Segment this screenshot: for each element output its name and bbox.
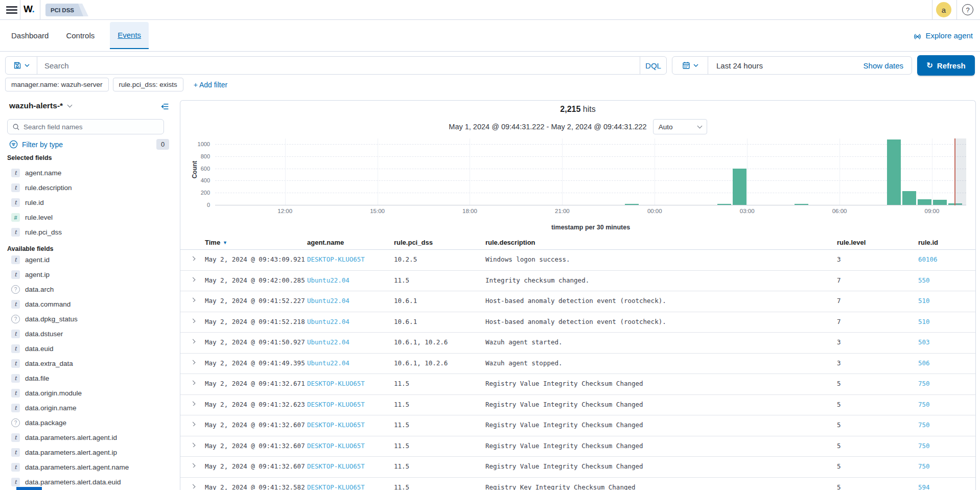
field-item[interactable]: ?data.arch bbox=[0, 282, 176, 297]
field-item[interactable]: tagent.ip bbox=[0, 267, 176, 282]
show-dates-button[interactable]: Show dates bbox=[864, 61, 912, 70]
tab-controls[interactable]: Controls bbox=[64, 22, 97, 49]
column-header-agent-name[interactable]: agent.name bbox=[307, 239, 394, 246]
field-item[interactable]: tdata.origin.module bbox=[0, 386, 176, 401]
expand-row-button[interactable] bbox=[180, 271, 205, 282]
agent-name-link[interactable]: DESKTOP-KLUO65T bbox=[307, 442, 365, 450]
saved-queries-button[interactable] bbox=[6, 57, 37, 74]
rule-id-link[interactable]: 503 bbox=[918, 338, 930, 346]
expand-row-button[interactable] bbox=[180, 291, 205, 302]
field-item[interactable]: tdata.parameters.alert.agent.id bbox=[0, 430, 176, 445]
field-item[interactable]: tdata.euid bbox=[0, 341, 176, 356]
user-avatar[interactable]: a bbox=[936, 2, 951, 17]
cell-rule-pci-dss: 11.5 bbox=[394, 415, 485, 429]
expand-row-button[interactable] bbox=[180, 395, 205, 406]
column-header-rule-description[interactable]: rule.description bbox=[485, 239, 837, 246]
refresh-button[interactable]: ↻ Refresh bbox=[917, 55, 975, 76]
histogram-bar[interactable] bbox=[933, 200, 947, 205]
field-item[interactable]: trule.description bbox=[0, 180, 176, 195]
column-header-time[interactable]: Time▼ bbox=[205, 239, 307, 246]
rule-id-link[interactable]: 750 bbox=[918, 421, 930, 429]
field-item[interactable]: #rule.level bbox=[0, 210, 176, 225]
expand-row-button[interactable] bbox=[180, 436, 205, 447]
query-language-button[interactable]: DQL bbox=[640, 57, 666, 74]
search-input[interactable] bbox=[37, 57, 640, 74]
rule-id-link[interactable]: 594 bbox=[918, 483, 930, 490]
agent-name-link[interactable]: Ubuntu22.04 bbox=[307, 276, 349, 284]
histogram-bar[interactable] bbox=[902, 191, 916, 205]
cell-rule-level: 7 bbox=[837, 312, 918, 325]
rule-id-link[interactable]: 506 bbox=[918, 359, 930, 367]
histogram-bar[interactable] bbox=[795, 204, 808, 205]
field-item[interactable]: tdata.origin.name bbox=[0, 401, 176, 415]
rule-id-link[interactable]: 750 bbox=[918, 380, 930, 387]
field-item[interactable]: tagent.id bbox=[0, 252, 176, 267]
agent-name-link[interactable]: Ubuntu22.04 bbox=[307, 318, 349, 325]
expand-row-button[interactable] bbox=[180, 478, 205, 488]
field-item[interactable]: tdata.command bbox=[0, 297, 176, 312]
text-type-badge: t bbox=[11, 183, 20, 192]
rule-id-link[interactable]: 750 bbox=[918, 401, 930, 408]
agent-name-link[interactable]: DESKTOP-KLUO65T bbox=[307, 255, 365, 263]
field-item[interactable]: ?data.dpkg_status bbox=[0, 312, 176, 326]
chevron-right-icon bbox=[190, 442, 195, 447]
rule-id-link[interactable]: 510 bbox=[918, 318, 930, 325]
wazuh-logo[interactable]: W. bbox=[24, 4, 34, 15]
filter-by-type-button[interactable]: Filter by type 0 bbox=[9, 139, 169, 150]
field-item[interactable]: tdata.extra_data bbox=[0, 356, 176, 371]
agent-name-link[interactable]: DESKTOP-KLUO65T bbox=[307, 401, 365, 408]
expand-row-button[interactable] bbox=[180, 415, 205, 426]
histogram-bar[interactable] bbox=[918, 199, 931, 205]
field-item[interactable]: tdata.parameters.alert.agent.name bbox=[0, 460, 176, 475]
filter-pill[interactable]: manager.name: wazuh-server bbox=[5, 78, 109, 91]
field-item[interactable]: tagent.name bbox=[0, 166, 176, 180]
agent-name-link[interactable]: Ubuntu22.04 bbox=[307, 338, 349, 346]
rule-id-link[interactable]: 550 bbox=[918, 276, 930, 284]
breadcrumb-pci-dss[interactable]: PCI DSS bbox=[45, 4, 83, 16]
rule-id-link[interactable]: 750 bbox=[918, 462, 930, 470]
field-item[interactable]: trule.id bbox=[0, 195, 176, 210]
agent-name-link[interactable]: DESKTOP-KLUO65T bbox=[307, 462, 365, 470]
field-item[interactable]: ?data.package bbox=[0, 415, 176, 430]
agent-name-link[interactable]: DESKTOP-KLUO65T bbox=[307, 380, 365, 387]
tab-events[interactable]: Events bbox=[110, 22, 149, 49]
expand-row-button[interactable] bbox=[180, 333, 205, 343]
collapse-fields-icon[interactable] bbox=[160, 102, 169, 111]
index-pattern-selector[interactable]: wazuh-alerts-* bbox=[9, 101, 72, 110]
column-header-rule-level[interactable]: rule.level bbox=[837, 239, 918, 246]
expand-row-button[interactable] bbox=[180, 312, 205, 323]
field-search-input[interactable] bbox=[24, 123, 159, 131]
time-range-value[interactable]: Last 24 hours bbox=[708, 61, 864, 70]
agent-name-link[interactable]: Ubuntu22.04 bbox=[307, 297, 349, 305]
column-header-rule-id[interactable]: rule.id bbox=[918, 239, 975, 246]
histogram-bar[interactable] bbox=[625, 204, 639, 205]
filter-pill[interactable]: rule.pci_dss: exists bbox=[113, 78, 183, 91]
cell-rule-level: 3 bbox=[837, 333, 918, 346]
add-filter-button[interactable]: + Add filter bbox=[194, 81, 228, 89]
explore-agent-link[interactable]: Explore agent bbox=[913, 20, 973, 51]
expand-row-button[interactable] bbox=[180, 457, 205, 468]
cell-rule-level: 5 bbox=[837, 436, 918, 450]
histogram-bar[interactable] bbox=[717, 204, 731, 205]
expand-row-button[interactable] bbox=[180, 374, 205, 385]
agent-name-link[interactable]: DESKTOP-KLUO65T bbox=[307, 483, 365, 490]
tab-dashboard[interactable]: Dashboard bbox=[9, 22, 51, 49]
field-item[interactable]: tdata.file bbox=[0, 371, 176, 386]
field-item[interactable]: tdata.parameters.alert.agent.ip bbox=[0, 445, 176, 460]
help-icon[interactable]: ? bbox=[962, 4, 973, 15]
rule-id-link[interactable]: 60106 bbox=[918, 255, 938, 263]
rule-id-link[interactable]: 750 bbox=[918, 442, 930, 450]
agent-name-link[interactable]: Ubuntu22.04 bbox=[307, 359, 349, 367]
field-item[interactable]: trule.pci_dss bbox=[0, 225, 176, 240]
rule-id-link[interactable]: 510 bbox=[918, 297, 930, 305]
field-item[interactable]: tdata.dstuser bbox=[0, 326, 176, 341]
expand-row-button[interactable] bbox=[180, 250, 205, 261]
agent-name-link[interactable]: DESKTOP-KLUO65T bbox=[307, 421, 365, 429]
histogram-bar[interactable] bbox=[887, 139, 901, 205]
interval-select[interactable]: Auto bbox=[653, 119, 707, 134]
hamburger-menu-icon[interactable] bbox=[6, 5, 17, 15]
expand-row-button[interactable] bbox=[180, 354, 205, 364]
quick-select-button[interactable] bbox=[672, 57, 708, 74]
column-header-rule-pci-dss[interactable]: rule.pci_dss bbox=[394, 239, 485, 246]
histogram-bar[interactable] bbox=[733, 169, 746, 205]
